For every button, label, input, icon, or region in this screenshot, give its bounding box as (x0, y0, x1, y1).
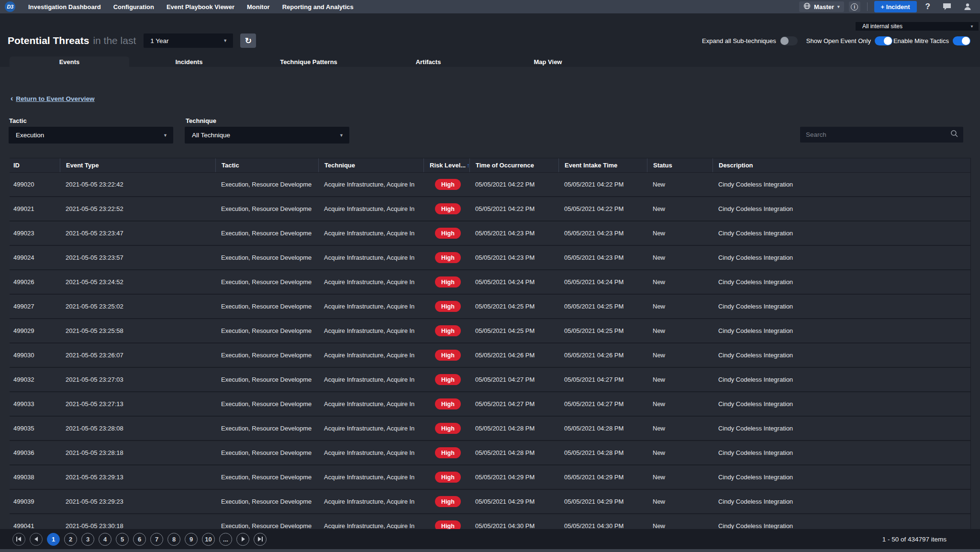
table-row-499041[interactable]: 4990412021-05-05 23:30:18Execution, Reso… (10, 514, 970, 529)
return-to-event-overview-link[interactable]: ‹ Return to Event Overview (11, 94, 95, 103)
nav-item-reporting-and-analytics[interactable]: Reporting and Analytics (276, 3, 360, 11)
time-range-dropdown[interactable]: 1 Year ▼ (144, 33, 233, 48)
show-open-event-only-toggle[interactable] (875, 36, 892, 45)
column-header-risk-level[interactable]: Risk Level...↑ (423, 158, 469, 172)
cell-event_type: 2021-05-05 23:25:58 (60, 327, 215, 334)
page-button-8[interactable]: 8 (167, 533, 180, 546)
column-header-event-type[interactable]: Event Type (60, 158, 215, 172)
table-row-499035[interactable]: 4990352021-05-05 23:28:08Execution, Reso… (10, 417, 970, 441)
cell-description: Cindy Codeless Integration (713, 303, 970, 310)
cell-intake: 05/05/2021 04:25 PM (558, 327, 647, 334)
technique-value: All Technique (192, 132, 339, 139)
search-input[interactable] (802, 131, 950, 138)
tab-artifacts[interactable]: Artifacts (368, 56, 488, 67)
column-header-id[interactable]: ID (10, 158, 60, 172)
nav-item-configuration[interactable]: Configuration (107, 3, 160, 11)
events-table-body: 4990202021-05-05 23:22:42Execution, Reso… (10, 173, 970, 529)
pagination-bar: 12345678910... 1 - 50 of 434797 items (0, 529, 980, 549)
cell-risk: High (423, 276, 469, 287)
risk-badge-high: High (435, 325, 461, 336)
tab-events[interactable]: Events (10, 56, 129, 67)
cell-description: Cindy Codeless Integration (713, 522, 970, 529)
horizontal-scrollbar[interactable] (0, 549, 980, 552)
page-button-3[interactable]: 3 (81, 533, 94, 546)
new-incident-button[interactable]: + Incident (874, 1, 917, 12)
cell-tactic: Execution, Resource Developme (215, 327, 318, 334)
cell-occurred: 05/05/2021 04:28 PM (469, 449, 558, 456)
tab-map-view[interactable]: Map View (488, 56, 608, 67)
view-tabs: EventsIncidentsTechnique PatternsArtifac… (10, 56, 608, 67)
last-page-button[interactable] (254, 533, 267, 546)
tactic-dropdown[interactable]: Execution ▼ (9, 127, 173, 144)
next-page-button[interactable] (236, 533, 249, 546)
cell-event_type: 2021-05-05 23:23:57 (60, 254, 215, 261)
table-row-499027[interactable]: 4990272021-05-05 23:25:02Execution, Reso… (10, 295, 970, 319)
site-scope-dropdown[interactable]: Master ▾ (799, 1, 844, 12)
cell-intake: 05/05/2021 04:26 PM (558, 352, 647, 359)
nav-item-monitor[interactable]: Monitor (241, 3, 276, 11)
page-button-7[interactable]: 7 (150, 533, 163, 546)
page-button-10[interactable]: 10 (202, 533, 215, 546)
table-row-499021[interactable]: 4990212021-05-05 23:22:52Execution, Reso… (10, 197, 970, 221)
cell-event_type: 2021-05-05 23:28:08 (60, 425, 215, 432)
pager: 12345678910... (12, 533, 267, 546)
tab-technique-patterns[interactable]: Technique Patterns (249, 56, 368, 67)
table-row-499030[interactable]: 4990302021-05-05 23:26:07Execution, Reso… (10, 343, 970, 368)
user-icon[interactable] (960, 3, 975, 11)
page-button-5[interactable]: 5 (116, 533, 129, 546)
table-row-499024[interactable]: 4990242021-05-05 23:23:57Execution, Reso… (10, 246, 970, 270)
page-ellipsis-button[interactable]: ... (219, 533, 232, 546)
globe-icon (803, 2, 811, 11)
table-row-499033[interactable]: 4990332021-05-05 23:27:13Execution, Reso… (10, 392, 970, 417)
column-header-time-of-occurrence[interactable]: Time of Occurrence (469, 158, 558, 172)
cell-risk: High (423, 252, 469, 263)
search-icon[interactable] (950, 130, 958, 140)
help-button[interactable]: ? (922, 2, 934, 11)
cell-risk: High (423, 472, 469, 483)
internal-sites-dropdown[interactable]: All internal sites ▼ (856, 22, 979, 31)
column-header-event-intake-time[interactable]: Event Intake Time (558, 158, 647, 172)
table-row-499023[interactable]: 4990232021-05-05 23:23:47Execution, Reso… (10, 221, 970, 246)
table-row-499032[interactable]: 4990322021-05-05 23:27:03Execution, Reso… (10, 368, 970, 392)
d3-logo[interactable]: D3 (5, 1, 15, 12)
cell-status: New (647, 425, 713, 432)
pagination-summary: 1 - 50 of 434797 items (882, 536, 947, 543)
column-header-status[interactable]: Status (647, 158, 713, 172)
table-row-499029[interactable]: 4990292021-05-05 23:25:58Execution, Reso… (10, 319, 970, 343)
table-row-499036[interactable]: 4990362021-05-05 23:28:18Execution, Reso… (10, 441, 970, 465)
column-header-tactic[interactable]: Tactic (215, 158, 318, 172)
expand-all-sub-techniques-toggle[interactable] (780, 36, 798, 45)
page-button-2[interactable]: 2 (64, 533, 77, 546)
table-right-edge (970, 158, 971, 529)
page-button-9[interactable]: 9 (185, 533, 198, 546)
refresh-button[interactable]: ↻ (240, 33, 256, 48)
cell-technique: Acquire Infrastructure, Acquire In (318, 400, 423, 408)
cell-tactic: Execution, Resource Developme (215, 181, 318, 188)
table-row-499020[interactable]: 4990202021-05-05 23:22:42Execution, Reso… (10, 173, 970, 197)
cell-status: New (647, 449, 713, 456)
table-row-499039[interactable]: 4990392021-05-05 23:29:23Execution, Reso… (10, 490, 970, 514)
cell-risk: High (423, 423, 469, 434)
tab-incidents[interactable]: Incidents (129, 56, 249, 67)
chat-icon[interactable] (939, 3, 955, 11)
page-button-4[interactable]: 4 (99, 533, 111, 546)
table-row-499026[interactable]: 4990262021-05-05 23:24:52Execution, Reso… (10, 270, 970, 295)
nav-item-investigation-dashboard[interactable]: Investigation Dashboard (22, 3, 107, 11)
cell-occurred: 05/05/2021 04:28 PM (469, 425, 558, 432)
table-row-499038[interactable]: 4990382021-05-05 23:29:13Execution, Reso… (10, 465, 970, 490)
cell-tactic: Execution, Resource Developme (215, 352, 318, 359)
first-page-button[interactable] (12, 533, 25, 546)
page-button-1[interactable]: 1 (47, 533, 60, 546)
column-header-description[interactable]: Description (713, 158, 970, 172)
cell-tactic: Execution, Resource Developme (215, 303, 318, 310)
prev-page-button[interactable] (30, 533, 43, 546)
page-button-6[interactable]: 6 (133, 533, 146, 546)
column-header-technique[interactable]: Technique (318, 158, 423, 172)
info-button[interactable]: i (849, 1, 860, 12)
enable-mitre-tactics-toggle[interactable] (953, 36, 970, 45)
technique-dropdown[interactable]: All Technique ▼ (185, 127, 349, 144)
risk-badge-high: High (435, 447, 461, 458)
nav-item-event-playbook-viewer[interactable]: Event Playbook Viewer (160, 3, 241, 11)
title-row: Potential Threats in the last 1 Year ▼ ↻… (0, 31, 980, 51)
cell-id: 499023 (10, 230, 60, 237)
